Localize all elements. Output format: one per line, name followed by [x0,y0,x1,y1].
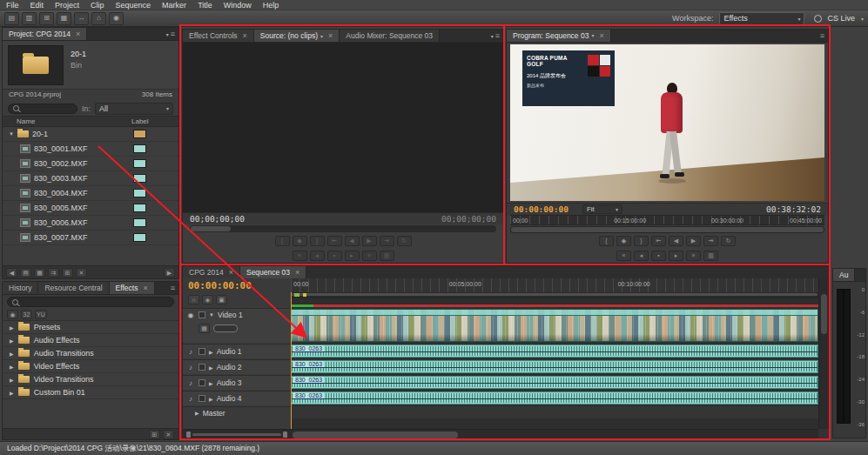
disclosure-right-icon[interactable]: ▶ [10,325,14,331]
close-icon[interactable]: × [328,31,333,40]
shuttle-right-button[interactable]: » [362,251,377,261]
step-back-button[interactable]: ◀ [345,236,360,246]
accelerated-effects-filter-button[interactable]: ◉ [7,310,18,319]
menu-title[interactable]: Title [198,1,212,10]
master-track-name[interactable]: Master [203,409,225,418]
project-search-box[interactable] [8,104,77,114]
shuttle-left-button[interactable]: « [293,251,307,261]
tab-audio-mixer[interactable]: Audio Mixer: Sequence 03 [340,30,440,42]
bit-depth-filter-button[interactable]: 32 [21,310,32,319]
zoom-scrollbar-thumb[interactable] [191,226,231,231]
tab-effect-controls[interactable]: Effect Controls × [183,30,254,42]
go-to-in-button[interactable]: ⇤ [327,236,342,246]
timeline-vertical-scrollbar[interactable] [818,278,829,429]
audio-track-name[interactable]: Audio 1 [217,347,242,356]
delete-custom-item-button[interactable]: ✕ [163,430,174,439]
video-track-name[interactable]: Video 1 [218,311,243,319]
jog-right-button[interactable]: ▸ [669,251,683,261]
new-custom-bin-button[interactable]: ⊞ [149,430,160,439]
expand-track-icon[interactable]: ▶ [195,410,199,416]
menu-marker[interactable]: Marker [162,1,186,10]
effects-row-custom-bin[interactable]: ▶ Custom Bin 01 [3,386,178,399]
menu-clip[interactable]: Clip [91,1,104,10]
loop-button[interactable]: ↻ [721,236,736,246]
toggle-track-audio-icon[interactable]: ♪ [186,348,195,356]
set-marker-button[interactable]: ◆ [616,236,631,246]
shuttle-right-button[interactable]: » [686,251,701,261]
toggle-track-audio-icon[interactable]: ♪ [186,395,195,403]
project-search-input[interactable] [23,104,72,113]
jog-right-button[interactable]: ▸ [345,251,360,261]
play-button[interactable]: ▶ [686,236,701,246]
timeline-horizontal-scrollbar[interactable] [183,429,818,439]
set-marker-button[interactable]: ◈ [202,295,213,304]
menu-file[interactable]: File [6,1,19,10]
workspace-select[interactable]: Effects ▾ [719,12,804,25]
menu-sequence[interactable]: Sequence [116,1,151,10]
work-area-thumb[interactable] [292,293,818,296]
shuttle-left-button[interactable]: « [616,251,631,261]
close-icon[interactable]: × [599,31,603,40]
step-back-button[interactable]: ◀ [669,236,683,246]
bin-thumbnail[interactable] [8,45,64,85]
step-forward-button[interactable]: ⇥ [380,236,394,246]
menu-edit[interactable]: Edit [30,1,44,10]
work-area-bar[interactable] [291,292,818,298]
set-out-button[interactable]: } [634,236,649,246]
delete-button[interactable]: ✕ [76,268,87,278]
audio-clip[interactable]: 830_0263 [291,345,818,358]
column-name[interactable]: Name [3,117,35,125]
timeline-settings-button[interactable]: ▣ [216,295,227,304]
scroll-right-icon[interactable]: ▶ [164,268,175,278]
menu-window[interactable]: Window [224,1,252,10]
tab-program[interactable]: Program: Sequence 03 ▾ × [507,30,611,42]
toggle-track-audio-icon[interactable]: ♪ [186,379,195,387]
project-row-clip[interactable]: 830_0007.MXF [3,231,178,245]
project-row-clip[interactable]: 830_0004.MXF [3,186,178,201]
layout-icon-7[interactable]: ◉ [109,12,124,25]
export-frame-button[interactable]: ▥ [380,251,394,261]
disclosure-right-icon[interactable]: ▶ [10,390,14,396]
toggle-track-audio-icon[interactable]: ♪ [186,364,195,371]
effects-row-audio-transitions[interactable]: ▶ Audio Transitions [3,347,178,360]
set-in-button[interactable]: { [599,236,614,246]
audio-track-name[interactable]: Audio 2 [217,363,242,371]
program-time-ruler[interactable]: 00:00 00:15:00:00 00:30:00:00 00:45:00:0… [510,215,824,226]
audio-track-name[interactable]: Audio 4 [217,394,242,403]
project-row-clip[interactable]: 830_0002.MXF [3,157,178,171]
yuv-filter-button[interactable]: YU [35,310,47,319]
layout-icon-4[interactable]: ▦ [57,12,71,25]
effects-row-video-transitions[interactable]: ▶ Video Transitions [3,373,178,386]
disclosure-right-icon[interactable]: ▶ [10,364,14,370]
track-lock-toggle[interactable] [198,364,205,371]
zoom-in-handle[interactable] [283,432,287,438]
effects-search-input[interactable] [22,298,169,307]
set-marker-button[interactable]: ◆ [293,236,307,246]
menu-help[interactable]: Help [263,1,279,10]
track-lock-toggle[interactable] [198,311,205,318]
timeline-timecode[interactable]: 00:00:00:00 [183,278,291,294]
video-clip[interactable] [291,309,818,342]
effects-row-video-effects[interactable]: ▶ Video Effects [3,360,178,373]
close-icon[interactable]: × [229,268,233,277]
tab-audio-master-meters[interactable]: Au [833,269,855,281]
audio-clip[interactable]: 830_0263 [291,376,818,389]
effects-row-audio-effects[interactable]: ▶ Audio Effects [3,334,178,347]
tab-sequence-cpg2014[interactable]: CPG 2014 × [183,266,240,278]
track-lock-toggle[interactable] [198,379,205,386]
close-icon[interactable]: × [243,31,247,40]
zoom-track[interactable] [192,433,281,436]
search-scope-select[interactable]: All ▾ [95,103,173,115]
jog-left-button[interactable]: ◂ [634,251,649,261]
project-row-clip[interactable]: 830_0005.MXF [3,201,178,216]
project-row-bin[interactable]: ▼ 20-1 [3,127,178,142]
toggle-track-output-icon[interactable]: ◉ [186,311,195,319]
tab-sequence-03[interactable]: Sequence 03 × [240,266,306,278]
disclosure-right-icon[interactable]: ▶ [10,351,14,357]
audio-clip[interactable]: 830_0263 [291,391,818,405]
layout-icon-3[interactable]: ⊞ [39,12,54,25]
panel-menu-icon[interactable]: ▾ ≡ [488,30,503,42]
jog-wheel[interactable]: ▪ [327,251,342,261]
jog-wheel[interactable]: ▪ [651,251,666,261]
timeline-ruler[interactable]: 00:00 00:05:00:00 00:10:00:00 [291,278,818,293]
